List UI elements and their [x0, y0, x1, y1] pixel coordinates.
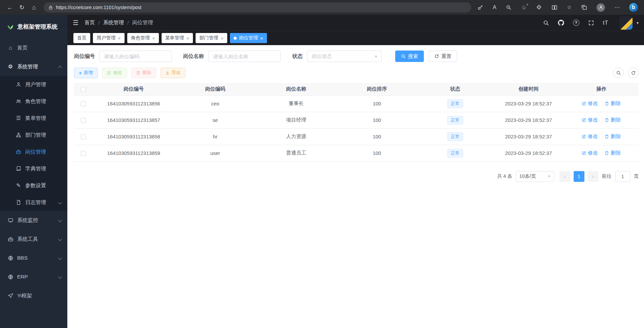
trash-icon — [605, 151, 609, 155]
zoom-icon[interactable] — [506, 4, 512, 10]
goto-page-input[interactable] — [615, 171, 631, 182]
row-edit-link[interactable]: 修改 — [582, 150, 598, 156]
favorites-bar-icon[interactable]: ☆ — [567, 5, 572, 10]
header-search-icon[interactable] — [543, 20, 549, 26]
row-delete-link[interactable]: 删除 — [605, 133, 621, 140]
tab-user-mgmt[interactable]: 用户管理 × — [93, 33, 125, 43]
tab-close-icon[interactable]: × — [221, 36, 224, 41]
table-row[interactable]: 1641030593112313858 hr 人力资源 100 正常 2023-… — [74, 128, 639, 145]
breadcrumb-parent[interactable]: 系统管理 — [103, 19, 124, 26]
sidebar-item-system-mgmt[interactable]: ⚙ 系统管理 — [0, 57, 67, 76]
fullscreen-icon[interactable] — [588, 20, 594, 26]
post-name-input[interactable] — [208, 51, 281, 62]
browser-menu-icon[interactable]: ⋯ — [614, 5, 620, 10]
sidebar-item-bbs[interactable]: BBS — [0, 249, 67, 267]
read-aloud-icon[interactable]: A — [493, 5, 497, 10]
page-size-select[interactable]: 10条/页 ▾ — [516, 171, 554, 182]
add-favorite-icon[interactable]: ☆+ — [521, 4, 526, 11]
row-checkbox[interactable] — [81, 101, 86, 106]
post-code-input[interactable] — [99, 51, 172, 62]
row-checkbox[interactable] — [81, 151, 86, 156]
row-edit-link[interactable]: 修改 — [582, 133, 598, 140]
row-edit-link[interactable]: 修改 — [582, 117, 598, 123]
sidebar-item-home[interactable]: ⌂ 首页 — [0, 38, 67, 57]
row-edit-link[interactable]: 修改 — [582, 100, 598, 107]
sidebar-item-param-settings[interactable]: ✎ 参数设置 — [0, 177, 67, 194]
browser-back-icon[interactable]: ← — [5, 2, 15, 12]
tab-close-icon[interactable]: × — [260, 36, 263, 41]
tab-dept-mgmt[interactable]: 部门管理 × — [196, 33, 227, 43]
breadcrumb-home[interactable]: 首页 — [84, 19, 95, 26]
tab-menu-mgmt[interactable]: 菜单管理 × — [162, 33, 193, 43]
user-avatar[interactable] — [619, 16, 633, 30]
toolbox-icon — [7, 236, 13, 242]
sidebar-item-system-tools[interactable]: 系统工具 — [0, 230, 67, 249]
add-button[interactable]: + 新增 — [74, 68, 98, 78]
delete-button[interactable]: 删除 — [131, 68, 156, 78]
site-lock-icon[interactable] — [48, 5, 53, 10]
search-form: 岗位编号 岗位名称 状态 岗位状态 ▾ 搜索 — [74, 51, 639, 62]
browser-refresh-icon[interactable]: ↻ — [17, 2, 27, 12]
browser-actions: A ☆+ ☆ ⋯ b — [476, 3, 639, 12]
row-delete-link[interactable]: 删除 — [605, 150, 621, 156]
sidebar-item-yi-framework[interactable]: Yi框架 — [0, 286, 67, 305]
reset-button[interactable]: 重置 — [429, 51, 457, 62]
status-select[interactable]: 岗位状态 ▾ — [307, 51, 382, 62]
sidebar-item-dict-mgmt[interactable]: 字典管理 — [0, 160, 67, 177]
row-delete-link[interactable]: 删除 — [605, 100, 621, 107]
tab-post-mgmt[interactable]: 岗位管理 × — [230, 33, 267, 43]
docs-question-icon[interactable]: ? — [573, 20, 579, 26]
download-icon — [165, 71, 170, 75]
search-button[interactable]: 搜索 — [395, 51, 424, 62]
prev-page-button[interactable]: ‹ — [560, 171, 570, 182]
browser-address-bar[interactable]: https://ccnetcore.com:1101/system/post — [44, 2, 471, 12]
sidebar-item-log-mgmt[interactable]: 日志管理 — [0, 194, 67, 211]
next-page-button[interactable]: › — [588, 171, 599, 182]
table-row[interactable]: 1641030593112313856 ceo 董事长 100 正常 2023-… — [74, 95, 639, 112]
row-checkbox[interactable] — [81, 134, 86, 139]
password-key-icon[interactable] — [477, 4, 483, 10]
extensions-icon[interactable] — [536, 4, 542, 10]
split-screen-icon[interactable] — [551, 4, 557, 10]
monitor-icon — [7, 218, 13, 223]
browser-home-icon[interactable]: ⌂ — [29, 2, 39, 12]
sidebar-item-role-mgmt[interactable]: 角色管理 — [0, 93, 67, 110]
edit-button[interactable]: 修改 — [102, 68, 127, 78]
sidebar-item-user-mgmt[interactable]: 用户管理 — [0, 76, 67, 93]
tab-role-mgmt[interactable]: 角色管理 × — [127, 33, 159, 43]
tab-close-icon[interactable]: × — [152, 36, 155, 41]
page-unit-label: 页 — [634, 173, 639, 179]
table-toolbar: + 新增 修改 删除 导出 — [74, 67, 639, 78]
book-icon — [15, 166, 22, 171]
sidebar-item-dept-mgmt[interactable]: 部门管理 — [0, 127, 67, 143]
app-logo[interactable]: 意框架管理系统 — [0, 15, 67, 38]
column-header: 岗位名称 — [256, 83, 337, 95]
tab-home[interactable]: 首页 — [73, 33, 90, 43]
sidebar-toggle-icon[interactable]: ☰ — [73, 19, 78, 27]
refresh-table-button[interactable] — [628, 67, 639, 78]
github-icon[interactable] — [558, 20, 564, 26]
browser-profile-avatar[interactable] — [597, 3, 605, 12]
export-button[interactable]: 导出 — [161, 68, 185, 78]
document-icon — [15, 200, 22, 205]
page-number-button[interactable]: 1 — [574, 171, 584, 182]
table-row[interactable]: 1641030593112313857 se 项目经理 100 正常 2023-… — [74, 112, 639, 128]
row-checkbox[interactable] — [81, 118, 86, 123]
globe-icon — [7, 255, 13, 261]
user-menu-caret-icon[interactable]: ▾ — [637, 21, 639, 25]
row-delete-link[interactable]: 删除 — [605, 117, 621, 123]
table-row[interactable]: 1641030593112313859 user 普通员工 100 正常 202… — [74, 145, 639, 161]
sidebar-item-erp[interactable]: ERP — [0, 267, 67, 286]
sidebar-item-post-mgmt[interactable]: 岗位管理 — [0, 143, 67, 160]
bing-icon[interactable]: b — [629, 3, 638, 12]
sidebar-item-menu-mgmt[interactable]: ☰ 菜单管理 — [0, 110, 67, 127]
status-badge: 正常 — [447, 116, 463, 125]
toggle-search-button[interactable] — [613, 67, 624, 78]
select-all-checkbox[interactable] — [81, 87, 86, 92]
tab-close-icon[interactable]: × — [118, 36, 121, 41]
table-header-row: 岗位编号 岗位编码 岗位名称 岗位排序 状态 创建时间 操作 — [74, 83, 639, 95]
tab-close-icon[interactable]: × — [187, 36, 190, 41]
sidebar-item-system-monitor[interactable]: 系统监控 — [0, 211, 67, 230]
collections-icon[interactable] — [581, 4, 587, 10]
text-size-icon[interactable]: tT — [603, 20, 608, 26]
